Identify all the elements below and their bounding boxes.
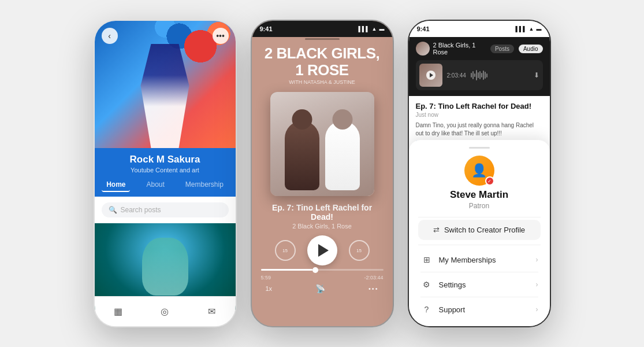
wifi-icon: ▲ <box>529 26 534 32</box>
tab-membership[interactable]: Membership <box>181 178 228 192</box>
skip-forward-label: 15 <box>356 248 362 253</box>
back-button[interactable]: ‹ <box>102 28 118 44</box>
podcast-card: 2 Black Girls, 1 Rose Posts Audio 2:03:4… <box>409 37 550 96</box>
memberships-label: My Memberships <box>439 256 496 264</box>
waveform-bar <box>483 71 484 80</box>
podcast-title-area: 2 BLACK GIRLS, 1 ROSE WITH NATASHA & JUS… <box>252 40 393 87</box>
episode-title-main: Ep. 7: Tino Left Rachel for Dead! <box>416 102 543 110</box>
search-placeholder-text: Search posts <box>121 206 161 214</box>
tab-audio[interactable]: Audio <box>519 45 543 53</box>
creator-subtitle: Youtube Content and art <box>95 167 236 178</box>
support-label: Support <box>439 305 466 314</box>
content-tabs: Posts Audio <box>490 45 543 53</box>
profile-section: Rock M Sakura Youtube Content and art <box>95 148 236 178</box>
episode-timestamp: Just now <box>416 112 543 118</box>
play-pause-button[interactable] <box>307 235 337 265</box>
switch-icon: ⇄ <box>433 226 440 234</box>
audio-row: 2:03:44 ⬇ <box>416 60 543 90</box>
avatar: 👤 ✓ <box>464 156 494 186</box>
battery-icon: ▬ <box>379 26 385 32</box>
tab-posts[interactable]: Posts <box>490 45 514 53</box>
nav-home-icon[interactable]: ▦ <box>111 305 124 318</box>
nav-explore-icon[interactable]: ◎ <box>158 305 171 318</box>
nav-messages-icon[interactable]: ✉ <box>206 305 218 318</box>
chevron-right-icon: › <box>536 305 538 313</box>
support-menu-item[interactable]: ? Support › <box>409 297 550 322</box>
progress-thumb <box>312 267 318 273</box>
tab-home[interactable]: Home <box>102 178 130 192</box>
sheet-profile: 👤 ✓ Steve Martin Patron <box>409 156 550 217</box>
progress-current-time: 5:59 <box>261 275 271 280</box>
settings-menu-item[interactable]: ⚙ Settings › <box>409 272 550 297</box>
ellipsis-icon: ••• <box>216 31 225 40</box>
support-icon: ? <box>420 303 433 316</box>
user-role: Patron <box>409 202 550 210</box>
support-menu-left: ? Support <box>420 303 466 316</box>
profile-tabs: Home About Membership <box>95 178 236 197</box>
divider <box>418 245 541 245</box>
status-icons: ▌▌▌ ▲ ▬ <box>515 26 541 32</box>
podcast-title-line2: 1 ROSE <box>252 62 393 79</box>
memberships-icon: ⊞ <box>420 253 433 266</box>
progress-times: 5:59 -2:03:44 <box>252 273 393 280</box>
chevron-left-icon: ‹ <box>108 31 111 40</box>
skip-back-label: 15 <box>282 248 288 253</box>
waveform-bar <box>471 73 472 77</box>
settings-label: Settings <box>439 280 466 289</box>
waveform-bar <box>486 73 487 77</box>
status-time: 9:41 <box>417 25 430 32</box>
sheet-handle <box>469 147 490 149</box>
podcast-thumbnail <box>419 64 442 87</box>
hero-image: ‹ ••• <box>95 21 236 148</box>
avatar-badge: ✓ <box>485 176 494 186</box>
tab-about[interactable]: About <box>142 178 169 192</box>
creator-name: Rock M Sakura <box>95 154 236 165</box>
memberships-menu-item[interactable]: ⊞ My Memberships › <box>409 248 550 272</box>
podcast-host: WITH NATASHA & JUSTINE <box>252 79 393 85</box>
skip-back-button[interactable]: 15 <box>275 240 296 261</box>
play-icon <box>318 244 329 257</box>
podcast-card-header: 2 Black Girls, 1 Rose Posts Audio <box>416 42 543 56</box>
progress-remaining-time: -2:03:44 <box>364 275 383 280</box>
waveform-bar <box>474 73 475 77</box>
download-icon[interactable]: ⬇ <box>534 71 539 79</box>
podcast-title-line1: 2 BLACK GIRLS, <box>252 45 393 62</box>
memberships-menu-left: ⊞ My Memberships <box>420 253 496 266</box>
more-options-button[interactable]: ••• <box>213 28 229 44</box>
phones-container: ‹ ••• Rock M Sakura Youtube Content and … <box>0 0 644 347</box>
progress-bar-container[interactable] <box>252 269 393 271</box>
phone-2: 9:41 ▌▌▌ ▲ ▬ 2 BLACK GIRLS, 1 ROSE WITH … <box>251 20 394 327</box>
switch-btn-label: Switch to Creator Profile <box>444 226 525 234</box>
episode-title: Ep. 7: Tino Left Rachel for Dead! <box>252 201 393 222</box>
waveform-bar <box>485 72 486 79</box>
search-icon: 🔍 <box>109 206 117 214</box>
divider <box>418 217 541 217</box>
progress-bar-bg <box>261 269 384 271</box>
search-bar[interactable]: 🔍 Search posts <box>102 202 229 217</box>
waveform-bar <box>481 73 482 77</box>
settings-menu-left: ⚙ Settings <box>420 278 466 291</box>
cover-figure-left <box>285 121 319 190</box>
podcast-avatar <box>416 42 430 56</box>
chevron-right-icon: › <box>536 280 538 289</box>
mini-play-button[interactable] <box>426 71 435 80</box>
waveform-bar <box>472 71 474 79</box>
phone-3: 9:41 ▌▌▌ ▲ ▬ 2 Black Girls, 1 Rose Posts… <box>408 20 551 327</box>
more-options-button[interactable]: ••• <box>368 285 379 292</box>
settings-icon: ⚙ <box>420 278 433 291</box>
switch-to-creator-button[interactable]: ⇄ Switch to Creator Profile <box>418 220 541 240</box>
signal-icon: ▌▌▌ <box>515 26 526 32</box>
mini-play-icon <box>430 73 433 77</box>
cover-figures <box>270 92 374 196</box>
status-icons: ▌▌▌ ▲ ▬ <box>358 26 384 32</box>
podcast-name: 2 Black Girls, 1 Rose <box>433 42 487 56</box>
status-bar: 9:41 ▌▌▌ ▲ ▬ <box>409 21 550 37</box>
chevron-right-icon: › <box>536 256 538 264</box>
episode-show: 2 Black Girls, 1 Rose <box>252 223 393 230</box>
waveform-bar <box>476 70 477 80</box>
status-time: 9:41 <box>260 25 273 32</box>
user-name: Steve Martin <box>409 189 550 201</box>
bottom-controls: 1x 📡 ••• <box>252 280 393 297</box>
speed-button[interactable]: 1x <box>266 285 273 292</box>
skip-forward-button[interactable]: 15 <box>349 240 370 261</box>
